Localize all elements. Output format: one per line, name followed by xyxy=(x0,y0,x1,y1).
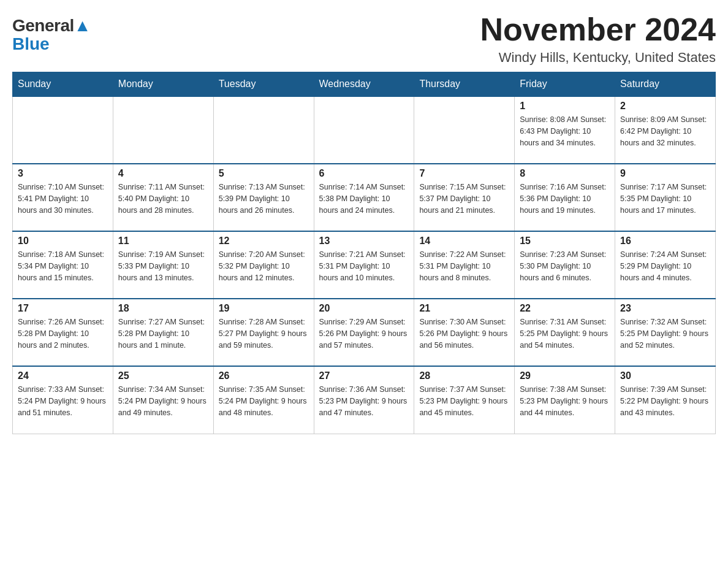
day-info: Sunrise: 7:28 AM Sunset: 5:27 PM Dayligh… xyxy=(219,316,309,351)
day-number: 17 xyxy=(18,303,108,314)
table-row: 29Sunrise: 7:38 AM Sunset: 5:23 PM Dayli… xyxy=(515,366,615,434)
day-number: 12 xyxy=(219,236,309,247)
day-info: Sunrise: 7:27 AM Sunset: 5:28 PM Dayligh… xyxy=(118,316,208,351)
day-number: 29 xyxy=(520,370,610,381)
day-info: Sunrise: 7:26 AM Sunset: 5:28 PM Dayligh… xyxy=(18,316,108,351)
header-wednesday: Wednesday xyxy=(314,72,414,97)
table-row: 17Sunrise: 7:26 AM Sunset: 5:28 PM Dayli… xyxy=(13,299,113,366)
calendar-week-row: 24Sunrise: 7:33 AM Sunset: 5:24 PM Dayli… xyxy=(13,366,716,434)
day-number: 25 xyxy=(118,370,208,381)
location-subtitle: Windy Hills, Kentucky, United States xyxy=(480,50,716,66)
calendar-title: November 2024 xyxy=(480,12,716,47)
day-info: Sunrise: 7:19 AM Sunset: 5:33 PM Dayligh… xyxy=(118,249,208,283)
table-row: 5Sunrise: 7:13 AM Sunset: 5:39 PM Daylig… xyxy=(213,164,314,231)
day-info: Sunrise: 7:15 AM Sunset: 5:37 PM Dayligh… xyxy=(419,182,509,216)
day-info: Sunrise: 7:29 AM Sunset: 5:26 PM Dayligh… xyxy=(319,316,409,351)
table-row: 25Sunrise: 7:34 AM Sunset: 5:24 PM Dayli… xyxy=(113,366,213,434)
header-friday: Friday xyxy=(515,72,615,97)
day-info: Sunrise: 7:31 AM Sunset: 5:25 PM Dayligh… xyxy=(520,316,610,351)
day-number: 30 xyxy=(620,370,710,381)
header-monday: Monday xyxy=(113,72,213,97)
day-info: Sunrise: 7:34 AM Sunset: 5:24 PM Dayligh… xyxy=(118,384,208,418)
table-row: 13Sunrise: 7:21 AM Sunset: 5:31 PM Dayli… xyxy=(314,231,414,299)
table-row: 30Sunrise: 7:39 AM Sunset: 5:22 PM Dayli… xyxy=(615,366,716,434)
table-row xyxy=(314,96,414,164)
table-row: 12Sunrise: 7:20 AM Sunset: 5:32 PM Dayli… xyxy=(213,231,314,299)
day-info: Sunrise: 7:20 AM Sunset: 5:32 PM Dayligh… xyxy=(219,249,309,283)
day-number: 9 xyxy=(620,168,710,179)
calendar-header-row: Sunday Monday Tuesday Wednesday Thursday… xyxy=(13,72,716,97)
table-row: 19Sunrise: 7:28 AM Sunset: 5:27 PM Dayli… xyxy=(213,299,314,366)
day-number: 28 xyxy=(419,370,509,381)
table-row: 11Sunrise: 7:19 AM Sunset: 5:33 PM Dayli… xyxy=(113,231,213,299)
table-row: 14Sunrise: 7:22 AM Sunset: 5:31 PM Dayli… xyxy=(414,231,515,299)
table-row: 22Sunrise: 7:31 AM Sunset: 5:25 PM Dayli… xyxy=(515,299,615,366)
day-info: Sunrise: 7:37 AM Sunset: 5:23 PM Dayligh… xyxy=(419,384,509,418)
day-number: 20 xyxy=(319,303,409,314)
day-info: Sunrise: 7:30 AM Sunset: 5:26 PM Dayligh… xyxy=(419,316,509,351)
logo: General▲ Blue xyxy=(12,17,91,53)
day-info: Sunrise: 7:32 AM Sunset: 5:25 PM Dayligh… xyxy=(620,316,710,351)
day-number: 24 xyxy=(18,370,108,381)
day-number: 1 xyxy=(520,101,610,112)
day-info: Sunrise: 7:17 AM Sunset: 5:35 PM Dayligh… xyxy=(620,182,710,216)
day-number: 7 xyxy=(419,168,509,179)
day-info: Sunrise: 7:39 AM Sunset: 5:22 PM Dayligh… xyxy=(620,384,710,418)
table-row: 15Sunrise: 7:23 AM Sunset: 5:30 PM Dayli… xyxy=(515,231,615,299)
day-info: Sunrise: 8:08 AM Sunset: 6:43 PM Dayligh… xyxy=(520,114,610,148)
day-info: Sunrise: 7:14 AM Sunset: 5:38 PM Dayligh… xyxy=(319,182,409,216)
logo-blue-text: Blue xyxy=(12,36,50,53)
calendar-week-row: 1Sunrise: 8:08 AM Sunset: 6:43 PM Daylig… xyxy=(13,96,716,164)
day-number: 3 xyxy=(18,168,108,179)
day-info: Sunrise: 7:11 AM Sunset: 5:40 PM Dayligh… xyxy=(118,182,208,216)
day-info: Sunrise: 7:35 AM Sunset: 5:24 PM Dayligh… xyxy=(219,384,309,418)
day-info: Sunrise: 7:23 AM Sunset: 5:30 PM Dayligh… xyxy=(520,249,610,283)
header-sunday: Sunday xyxy=(13,72,113,97)
table-row: 3Sunrise: 7:10 AM Sunset: 5:41 PM Daylig… xyxy=(13,164,113,231)
header-saturday: Saturday xyxy=(615,72,716,97)
table-row xyxy=(414,96,515,164)
table-row: 10Sunrise: 7:18 AM Sunset: 5:34 PM Dayli… xyxy=(13,231,113,299)
day-info: Sunrise: 7:13 AM Sunset: 5:39 PM Dayligh… xyxy=(219,182,309,216)
day-number: 10 xyxy=(18,236,108,247)
table-row: 24Sunrise: 7:33 AM Sunset: 5:24 PM Dayli… xyxy=(13,366,113,434)
day-number: 19 xyxy=(219,303,309,314)
day-number: 5 xyxy=(219,168,309,179)
table-row: 28Sunrise: 7:37 AM Sunset: 5:23 PM Dayli… xyxy=(414,366,515,434)
day-info: Sunrise: 7:22 AM Sunset: 5:31 PM Dayligh… xyxy=(419,249,509,283)
logo-text: General▲ xyxy=(12,17,91,34)
day-number: 15 xyxy=(520,236,610,247)
day-info: Sunrise: 7:36 AM Sunset: 5:23 PM Dayligh… xyxy=(319,384,409,418)
day-number: 6 xyxy=(319,168,409,179)
table-row: 23Sunrise: 7:32 AM Sunset: 5:25 PM Dayli… xyxy=(615,299,716,366)
table-row xyxy=(113,96,213,164)
table-row: 18Sunrise: 7:27 AM Sunset: 5:28 PM Dayli… xyxy=(113,299,213,366)
calendar-week-row: 17Sunrise: 7:26 AM Sunset: 5:28 PM Dayli… xyxy=(13,299,716,366)
day-number: 21 xyxy=(419,303,509,314)
day-info: Sunrise: 7:24 AM Sunset: 5:29 PM Dayligh… xyxy=(620,249,710,283)
day-number: 27 xyxy=(319,370,409,381)
day-number: 14 xyxy=(419,236,509,247)
day-number: 23 xyxy=(620,303,710,314)
calendar-week-row: 3Sunrise: 7:10 AM Sunset: 5:41 PM Daylig… xyxy=(13,164,716,231)
day-number: 8 xyxy=(520,168,610,179)
day-number: 18 xyxy=(118,303,208,314)
day-info: Sunrise: 8:09 AM Sunset: 6:42 PM Dayligh… xyxy=(620,114,710,148)
table-row: 20Sunrise: 7:29 AM Sunset: 5:26 PM Dayli… xyxy=(314,299,414,366)
table-row: 1Sunrise: 8:08 AM Sunset: 6:43 PM Daylig… xyxy=(515,96,615,164)
day-info: Sunrise: 7:10 AM Sunset: 5:41 PM Dayligh… xyxy=(18,182,108,216)
page-header: General▲ Blue November 2024 Windy Hills,… xyxy=(12,12,716,66)
day-info: Sunrise: 7:21 AM Sunset: 5:31 PM Dayligh… xyxy=(319,249,409,283)
day-number: 4 xyxy=(118,168,208,179)
header-tuesday: Tuesday xyxy=(213,72,314,97)
logo-triangle-icon: ▲ xyxy=(74,16,91,35)
day-number: 26 xyxy=(219,370,309,381)
table-row: 8Sunrise: 7:16 AM Sunset: 5:36 PM Daylig… xyxy=(515,164,615,231)
day-info: Sunrise: 7:16 AM Sunset: 5:36 PM Dayligh… xyxy=(520,182,610,216)
table-row: 2Sunrise: 8:09 AM Sunset: 6:42 PM Daylig… xyxy=(615,96,716,164)
day-number: 2 xyxy=(620,101,710,112)
day-number: 11 xyxy=(118,236,208,247)
table-row xyxy=(13,96,113,164)
table-row: 26Sunrise: 7:35 AM Sunset: 5:24 PM Dayli… xyxy=(213,366,314,434)
table-row: 21Sunrise: 7:30 AM Sunset: 5:26 PM Dayli… xyxy=(414,299,515,366)
